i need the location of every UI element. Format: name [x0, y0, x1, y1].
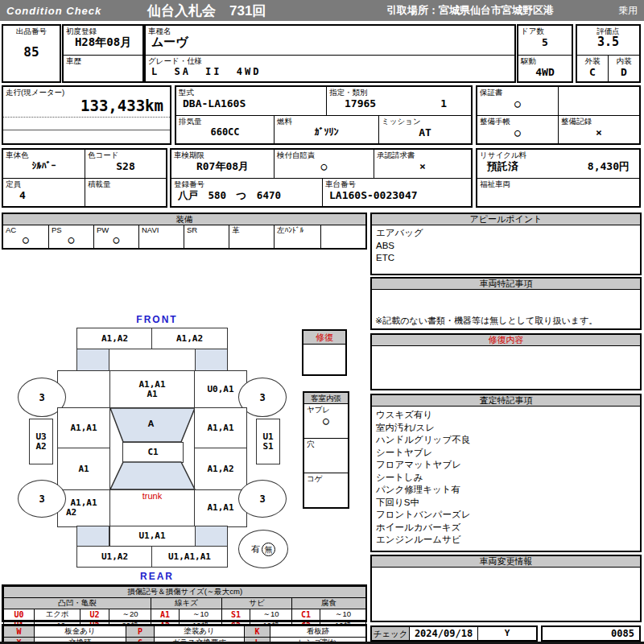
- equipment-cell-leather: 革: [229, 225, 274, 248]
- mark-code: P: [126, 626, 155, 638]
- auction-sheet: Condition Check 仙台入札会 731回 引取場所：宮城県仙台市宮城…: [0, 0, 644, 644]
- model-label: 車種名: [146, 26, 514, 35]
- legend-size: エクボ: [35, 609, 80, 621]
- engine-box: 型式 DBA-LA160S 指定・類別 17965 1 排気量 660CC 燃料…: [175, 85, 473, 145]
- panel-rear-door-right: A1,A2: [194, 448, 247, 490]
- legend-size: ～10: [250, 609, 292, 621]
- tire-rear-left: 3: [18, 480, 66, 518]
- displacement-label: 排気量: [176, 116, 274, 126]
- lot-number-box: 出品番号 85: [2, 24, 61, 83]
- equipment-value: ○: [94, 234, 138, 245]
- equipment-cell-sr: SR: [184, 225, 229, 248]
- panel-rear-bumper-right: U1,A1,A1: [151, 546, 228, 568]
- panel-hood-center-line2: A1: [147, 390, 157, 399]
- maintenance-record-value: ×: [559, 126, 639, 139]
- load-cell: 積載量: [85, 179, 166, 206]
- history-cell: 車歴: [64, 56, 142, 81]
- capacity-cell: 定員 4: [3, 179, 85, 206]
- insurance-label: 検付自賠責: [275, 150, 374, 159]
- mark-label: 塗装あり: [155, 626, 245, 638]
- exterior-grade-value: C: [577, 65, 608, 79]
- first-registration-cell: 初度登録 H28年08月: [64, 26, 142, 56]
- registration-box: 初度登録 H28年08月 車歴: [62, 24, 144, 83]
- taillight-right: [195, 526, 228, 547]
- grade-label: グレード・仕様: [146, 56, 514, 65]
- appeal-panel: アピールポイント エアバッグ ABS ETC: [370, 213, 642, 275]
- equipment-label: [321, 225, 365, 225]
- capacity-value: 4: [3, 188, 85, 202]
- legend-code: C1: [292, 609, 320, 621]
- special-notes-panel: 車両特記事項 ※記載のない書類・機器等は無しとして取り扱います。: [370, 277, 642, 330]
- drive-label: 駆動: [518, 56, 572, 65]
- panel-mirror-right-line1: U1: [262, 432, 273, 442]
- mark-label: 看板跡: [270, 626, 366, 638]
- appeal-title: アピールポイント: [372, 214, 640, 225]
- equipment-label: NAVI: [139, 225, 184, 234]
- damage-legend-table: 損傷記号＆損傷サイズ(～最大cm) 凸凹・亀裂 線キズ サビ 腐食 U0 エクボ…: [2, 584, 367, 622]
- legend-group-dent: 凸凹・亀裂: [4, 598, 151, 609]
- maintenance-book-cell: 整備手帳 ○: [477, 116, 559, 143]
- check-label: チェック: [372, 627, 410, 640]
- history-label: 車歴: [64, 56, 142, 65]
- change-info-panel: 車両変更情報: [370, 555, 642, 622]
- displacement-cell: 排気量 660CC: [176, 116, 275, 143]
- legend-size: ～20: [109, 609, 151, 621]
- chassis-number-label: 車台番号: [323, 179, 471, 188]
- approval-label: 承認請求書: [374, 150, 471, 159]
- panel-rear-bumper-left: U1,A2: [76, 546, 153, 568]
- recycle-values: 預託済 8,430円: [477, 159, 639, 173]
- doors-drive-box: ドア数 5 駆動 4WD: [517, 24, 573, 83]
- equipment-table: 装備 AC ○ PS ○ PW ○ NAVI SR 革 左ﾊﾝﾄﾞﾙ: [2, 213, 367, 250]
- legend-size: ～10: [180, 609, 222, 621]
- legend-code: S1: [222, 609, 250, 621]
- panel-hood-center-line1: A1,A1: [138, 380, 165, 390]
- panel-mirror-left: U3 A2: [29, 419, 53, 464]
- panel-front-door-left: A1,A1: [57, 407, 110, 449]
- registration-number-cell: 登録番号 八戸 580 つ 6470: [171, 179, 323, 206]
- damage-diagram: FRONT A1,A2 A1,A2 A1,A1 A1 U0,A1 3 3 A1,…: [0, 312, 369, 586]
- warranty-value: ○: [477, 97, 558, 110]
- assessment-panel: 査定特記事項 ウスキズ有り 室内汚れ/スレ ハンドルグリップ不良 シートヤブレ …: [370, 394, 642, 552]
- taillight-left: [76, 526, 109, 547]
- insurance-value: ○: [275, 159, 374, 173]
- score-cell: 評価点 3.5: [577, 26, 639, 56]
- pickup-location: 引取場所：宮城県仙台市宮城野区港: [386, 0, 554, 21]
- panel-windshield: A: [109, 419, 195, 428]
- panel-rear-door-left: A1: [57, 448, 110, 490]
- assessment-title: 査定特記事項: [372, 395, 640, 407]
- class-label: 指定・類別: [327, 87, 471, 97]
- maintenance-record-cell: 整備記録 ×: [559, 116, 639, 143]
- panel-mirror-left-line1: U3: [35, 432, 46, 442]
- registration-number-label: 登録番号: [171, 179, 322, 188]
- inspection-value: R07年08月: [171, 159, 274, 173]
- registration-number-value: 八戸 580 つ 6470: [171, 188, 322, 202]
- warranty-label: 保証書: [477, 87, 558, 97]
- transmission-cell: ミッション AT: [379, 116, 471, 143]
- class-number: 17965: [345, 97, 376, 110]
- spare-yes-label: 有: [251, 543, 260, 555]
- assessment-item: 下回りS中: [372, 497, 640, 510]
- welfare-cell: 福祉車両: [477, 179, 639, 206]
- assessment-item: ウスキズ有り: [372, 409, 640, 422]
- first-registration-value: H28年08月: [64, 35, 142, 49]
- warranty-cell: 保証書 ○: [477, 87, 559, 116]
- documents-box: 保証書 ○ 整備手帳 ○ 整備記録 ×: [476, 85, 641, 145]
- inspection-box: 車検期限 R07年08月 検付自賠責 ○ 承認請求書 × 登録番号 八戸 580…: [170, 148, 473, 208]
- mileage-extra-row-1: [3, 118, 170, 130]
- mileage-cell: 走行(現メーター) 133,433km: [3, 87, 170, 118]
- assessment-item: 室内汚れ/スレ: [372, 422, 640, 435]
- appeal-item: ETC: [372, 252, 640, 265]
- assessment-item: フロントバンパーズレ: [372, 509, 640, 522]
- check-mark: Y: [478, 627, 536, 640]
- equipment-cell-pw: PW ○: [93, 225, 138, 248]
- lot-number-value: 85: [3, 45, 60, 59]
- panel-roof: C1: [122, 442, 184, 463]
- appeal-item: ABS: [372, 240, 640, 253]
- fuel-label: 燃料: [275, 116, 378, 126]
- equipment-cell-extra: [320, 225, 365, 248]
- model-cell: 車種名 ムーヴ: [146, 26, 514, 56]
- mark-code: W: [4, 626, 35, 638]
- inspection-cell: 車検期限 R07年08月: [171, 150, 275, 179]
- approval-value: ×: [374, 159, 471, 173]
- equipment-cell-navi: NAVI: [138, 225, 184, 248]
